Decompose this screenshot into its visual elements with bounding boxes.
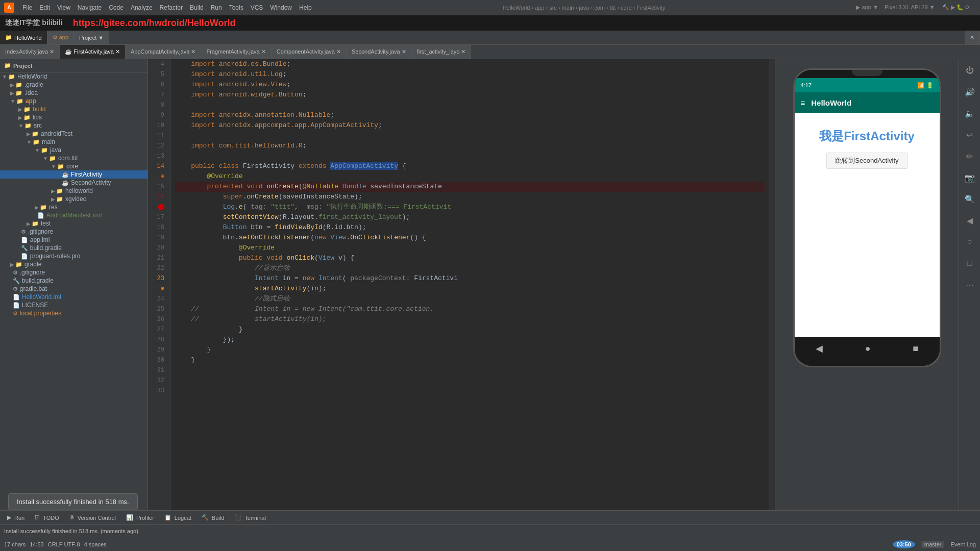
tree-app[interactable]: ▼ 📁 app [0,97,148,105]
back-icon[interactable]: ◀ [963,213,977,228]
tree-localproperties[interactable]: ⚙ local.properties [0,309,148,317]
tree-androidmanifest[interactable]: 📄 AndroidManifest.xml [0,211,148,219]
tree-gradle-root[interactable]: ▶ 📁 gradle [0,260,148,268]
zoom-icon[interactable]: 🔍 [963,192,977,206]
status-clock: 03:50 [893,540,915,548]
editor-scrollbar[interactable] [769,59,775,525]
menu-view[interactable]: View [57,4,70,11]
tree-firstactivity[interactable]: ☕ FirstActivity [0,170,148,179]
menu-analyze[interactable]: Analyze [131,4,153,11]
menu-file[interactable]: File [22,4,32,11]
tree-buildgradle-app[interactable]: 🔧 build.gradle [0,244,148,252]
tree-helloworldiml[interactable]: 📄 HelloWorld.iml [0,293,148,301]
tree-appiml[interactable]: 📄 app.iml [0,236,148,244]
camera-icon[interactable]: 📷 [963,170,977,185]
todo-button[interactable]: ☑ TODO [32,513,62,522]
volume-down-icon[interactable]: 🔈 [963,106,977,120]
menu-help[interactable]: Help [299,4,312,11]
tree-core[interactable]: ▼ 📁 core [0,162,148,170]
tree-build[interactable]: ▶ 📁 build [0,105,148,113]
tree-java[interactable]: ▼ 📁 java [0,146,148,154]
tree-idea[interactable]: ▶ 📁 .idea [0,89,148,97]
menu-vcs[interactable]: VCS [251,4,263,11]
device-selector[interactable]: ▶ app ▼ Pixel 3 XL API 29 ▼ [856,4,935,11]
tree-gradlebat[interactable]: ⚙ gradle.bat [0,285,148,293]
gradle-icon: 🔧 [21,245,28,252]
notification-message: Install successfully finished in 518 ms.… [4,528,138,534]
watermark-url: https://gitee.com/hwdroid/HelloWorld [73,18,236,29]
code-line-19: setContentView(R.layout.first_activity_l… [175,212,765,222]
pen-icon[interactable]: ✏ [963,149,977,163]
menu-refactor[interactable]: Refactor [160,4,183,11]
tree-helloworld[interactable]: ▼ 📁 HelloWorld [0,72,148,81]
version-control-button[interactable]: ⑨ Version Control [66,513,119,522]
status-encoding: CRLF UTF-8 [48,541,80,547]
menu-code[interactable]: Code [109,4,124,11]
tab-helloworld[interactable]: 📁HelloWorld [0,31,47,45]
menu-window[interactable]: Window [270,4,292,11]
menu-build[interactable]: Build [190,4,204,11]
square-icon[interactable]: □ [963,256,977,270]
folder-icon: 📁 [24,122,32,129]
tree-test[interactable]: ▶ 📁 test [0,219,148,228]
editor-tab-indexactivity[interactable]: IndexActivity.java ✕ [0,45,60,59]
home-icon[interactable]: ○ [963,235,977,249]
code-line-22: @Override [175,243,765,253]
tree-secondactivity[interactable]: ☕ SecondActivity [0,179,148,187]
status-left: 17 chars 14:53 CRLF UTF-8 4 spaces [0,541,889,547]
terminal-button[interactable]: ⬛ Terminal [231,513,269,522]
tree-gradle-dir[interactable]: ▶ 📁 .gradle [0,81,148,89]
code-line-15: @Override [175,171,765,182]
code-line-14: public class FirstActivity extends AppCo… [175,161,765,171]
tree-comttit[interactable]: ▼ 📁 com.ttit [0,154,148,162]
status-event-log[interactable]: Event Log [950,541,976,547]
tab-src[interactable]: Project ▼ [74,31,109,45]
tab-app[interactable]: ⚙ app [47,31,74,45]
code-content[interactable]: import android.os.Bundle; import android… [171,59,769,525]
phone-home-btn[interactable]: ● [865,343,871,354]
rotate-icon[interactable]: ↩ [963,128,977,142]
editor-tab-firstactivity[interactable]: ☕ FirstActivity.java ✕ [60,45,126,59]
tree-gitignore-root[interactable]: ⚙ .gitignore [0,268,148,277]
tree-proguard[interactable]: 📄 proguard-rules.pro [0,252,148,260]
main-layout: 📁 Project ▼ 📁 HelloWorld ▶ 📁 .gradle ▶ 📁… [0,59,980,537]
volume-up-icon[interactable]: 🔊 [963,85,977,99]
menu-run[interactable]: Run [211,4,222,11]
editor-tab-secondactivity[interactable]: SecondActivity.java ✕ [347,45,412,59]
folder-icon: 📁 [56,188,63,194]
menu-tools[interactable]: Tools [229,4,243,11]
power-icon[interactable]: ⏻ [963,63,977,78]
tab-close-sidebar[interactable]: ✕ [965,31,980,45]
run-button[interactable]: ▶ Run [4,513,28,522]
tree-license[interactable]: 📄 LICENSE [0,301,148,309]
tree-helloworld-pkg[interactable]: ▶ 📁 helloworld [0,187,148,195]
tree-gitignore-app[interactable]: ⚙ .gitignore [0,228,148,236]
editor-tab-appcompatactivity[interactable]: AppCompatActivity.java ✕ [126,45,201,59]
code-line-7: import android.widget.Button; [175,90,765,100]
editor-area[interactable]: 4 5 6 7 8 9 10 11 12 13 14 ⊕ 15 16 ⬤ 17 … [148,59,775,537]
more-icon[interactable]: ⋯ [963,278,977,292]
tree-libs[interactable]: ▶ 📁 libs [0,113,148,121]
tree-androidtest[interactable]: ▶ 📁 androidTest [0,130,148,138]
editor-tab-firstlayout[interactable]: first_activity_layo ✕ [412,45,472,59]
editor-tab-componentactivity[interactable]: ComponentActivity.java ✕ [272,45,347,59]
build-button[interactable]: 🔨 Build [199,513,227,522]
menu-navigate[interactable]: Navigate [78,4,102,11]
phone-screen-button[interactable]: 跳转到SecondActivity [826,153,907,169]
tree-xgvideo[interactable]: ▶ 📁 xgvideo [0,195,148,203]
tree-main[interactable]: ▼ 📁 main [0,138,148,146]
code-line-23: public void onClick(View v) { [175,253,765,263]
editor-tab-fragmentactivity[interactable]: FragmentActivity.java ✕ [201,45,271,59]
code-line-21: btn.setOnClickListener(new View.OnClickL… [175,233,765,243]
tree-buildgradle-root[interactable]: 🔧 build.gradle [0,277,148,285]
folder-icon: 📁 [32,131,39,137]
editor-tab-bar: IndexActivity.java ✕ ☕ FirstActivity.jav… [0,45,980,59]
phone-recent-btn[interactable]: ■ [913,343,918,354]
status-bar: 17 chars 14:53 CRLF UTF-8 4 spaces 03:50… [0,537,980,551]
tree-src[interactable]: ▼ 📁 src [0,121,148,130]
logcat-button[interactable]: 📋 Logcat [161,513,194,522]
phone-back-btn[interactable]: ◀ [816,343,823,354]
menu-edit[interactable]: Edit [39,4,50,11]
tree-res[interactable]: ▶ 📁 res [0,203,148,211]
profiler-button[interactable]: 📊 Profiler [123,513,157,522]
